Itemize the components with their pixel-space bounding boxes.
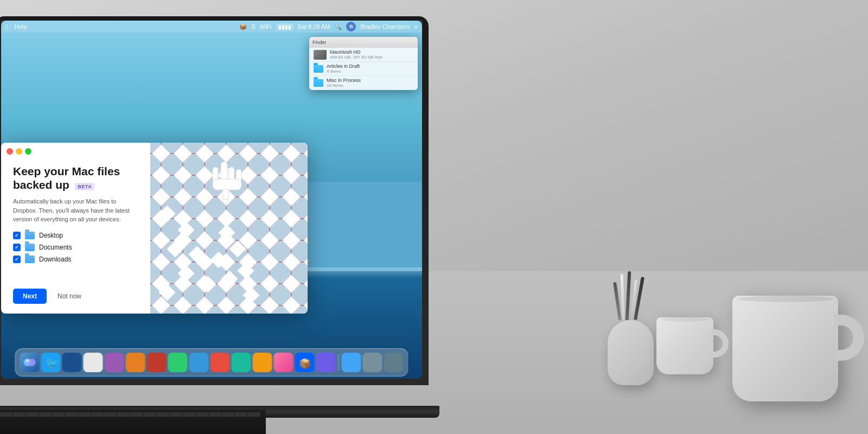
folder-label-downloads: Downloads (39, 256, 71, 263)
laptop-screen:  Help 📦 S WiFi ▮▮▮▮ Sat 8:28 AM 🔍 B Bra… (1, 21, 422, 379)
dock-1password[interactable] (62, 353, 82, 372)
finder-window: Finder Macintosh HD 499.83 GB, 357.62 GB… (309, 37, 418, 90)
dock-app12[interactable] (253, 353, 272, 372)
dock-files1[interactable] (342, 353, 361, 372)
laptop:  Help 📦 S WiFi ▮▮▮▮ Sat 8:28 AM 🔍 B Bra… (0, 16, 439, 434)
key (130, 412, 143, 417)
dock-divider (339, 354, 339, 371)
checkbox-downloads[interactable] (13, 256, 21, 263)
folder-item-desktop: Desktop (13, 232, 138, 239)
close-button[interactable] (7, 148, 13, 155)
traffic-lights (7, 148, 31, 155)
mug-small-body (656, 317, 713, 374)
folder-label-desktop: Desktop (39, 232, 63, 239)
folder-item-downloads: Downloads (13, 256, 138, 263)
key (0, 412, 12, 417)
mug-small (656, 317, 713, 374)
folder-icon-downloads (25, 256, 35, 263)
key (157, 412, 169, 417)
modal-actions: Next Not now (13, 283, 138, 304)
dock-app8[interactable] (168, 353, 188, 372)
minimize-button[interactable] (16, 148, 22, 155)
folder-icon-articles (314, 65, 323, 73)
svg-rect-11 (167, 240, 183, 257)
menubar-time: Sat 8:28 AM (298, 23, 330, 30)
dropbox-icon[interactable]: 📦 (239, 23, 247, 30)
svg-point-27 (222, 199, 229, 203)
menu-icon[interactable]: ≡ (414, 23, 418, 30)
hd-icon (314, 50, 327, 60)
svg-rect-8 (177, 221, 194, 238)
finder-titlebar: Finder (309, 37, 418, 48)
folder-icon-misc (314, 79, 323, 87)
key (52, 412, 65, 417)
svg-rect-25 (213, 179, 241, 190)
svg-rect-16 (199, 276, 216, 292)
dock-app4[interactable] (84, 353, 103, 372)
pen-cup-body (608, 320, 654, 385)
wifi-icon[interactable]: WiFi (260, 23, 272, 30)
dock-dropbox[interactable]: 📦 (295, 353, 315, 372)
svg-rect-12 (188, 246, 205, 263)
svg-point-29 (28, 359, 36, 366)
svg-rect-10 (218, 224, 235, 241)
dock-app6[interactable] (126, 353, 145, 372)
dock-twitter[interactable]: 🐦 (41, 353, 61, 372)
svg-rect-14 (229, 240, 246, 257)
pen-cup (608, 320, 654, 385)
folder-misc-count: 10 Items (327, 83, 361, 88)
apple-menu[interactable]:  (5, 23, 8, 31)
key (248, 412, 260, 417)
key (39, 412, 52, 417)
key (13, 412, 25, 417)
dock-trash[interactable] (384, 353, 404, 372)
finder-row-misc[interactable]: Misc in Process 10 Items (309, 76, 418, 90)
keyboard (0, 410, 266, 434)
key (144, 412, 156, 417)
svg-rect-15 (177, 265, 194, 282)
dock-finder[interactable] (20, 353, 40, 372)
checkbox-desktop[interactable] (13, 232, 21, 239)
maximize-button[interactable] (25, 148, 31, 155)
key (117, 412, 130, 417)
folder-misc-name: Misc in Process (327, 78, 361, 83)
keyboard-keys (0, 410, 266, 419)
key (235, 412, 247, 417)
folder-articles-name: Articles in Draft (327, 63, 360, 69)
hand-illustration (207, 151, 251, 205)
finder-row-hd[interactable]: Macintosh HD 499.83 GB, 357.62 GB free (309, 48, 418, 62)
modal-left-panel: Keep your Mac files backed up BETA Autom… (1, 143, 150, 314)
finder-label: Finder (312, 40, 327, 45)
checkbox-documents[interactable] (13, 244, 21, 251)
dock-files2[interactable] (363, 353, 382, 372)
search-icon[interactable]: 🔍 (334, 23, 342, 30)
svg-text:📦: 📦 (299, 358, 311, 369)
modal-title: Keep your Mac files backed up (13, 165, 120, 191)
key (26, 412, 39, 417)
key (183, 412, 195, 417)
dock-app7[interactable] (147, 353, 167, 372)
dock-app9[interactable] (189, 353, 209, 372)
menubar-help[interactable]: Help (15, 23, 27, 30)
laptop-lid:  Help 📦 S WiFi ▮▮▮▮ Sat 8:28 AM 🔍 B Bra… (0, 16, 429, 385)
key (78, 412, 91, 417)
dock: 🐦 📦 (15, 348, 409, 376)
svg-rect-19 (158, 284, 175, 301)
dock-app13[interactable] (274, 353, 293, 372)
user-avatar[interactable]: B (346, 22, 356, 31)
hd-info: Macintosh HD 499.83 GB, 357.62 GB free (330, 49, 382, 60)
menubar:  Help 📦 S WiFi ▮▮▮▮ Sat 8:28 AM 🔍 B Bra… (1, 21, 422, 33)
user-name[interactable]: Bradley Chambers (360, 23, 410, 30)
hd-size: 499.83 GB, 357.62 GB free (330, 55, 382, 60)
skitch-icon: S (251, 23, 255, 30)
dock-app15[interactable] (316, 353, 336, 372)
hd-name: Macintosh HD (330, 49, 382, 55)
key (222, 412, 234, 417)
dock-app10[interactable] (210, 353, 230, 372)
finder-row-articles[interactable]: Articles in Draft 4 Items (309, 62, 418, 76)
not-now-button[interactable]: Not now (58, 292, 81, 300)
dock-app5[interactable] (105, 353, 124, 372)
next-button[interactable]: Next (13, 289, 47, 304)
dock-app11[interactable] (232, 353, 251, 372)
modal-description: Automatically back up your Mac files to … (13, 197, 138, 224)
